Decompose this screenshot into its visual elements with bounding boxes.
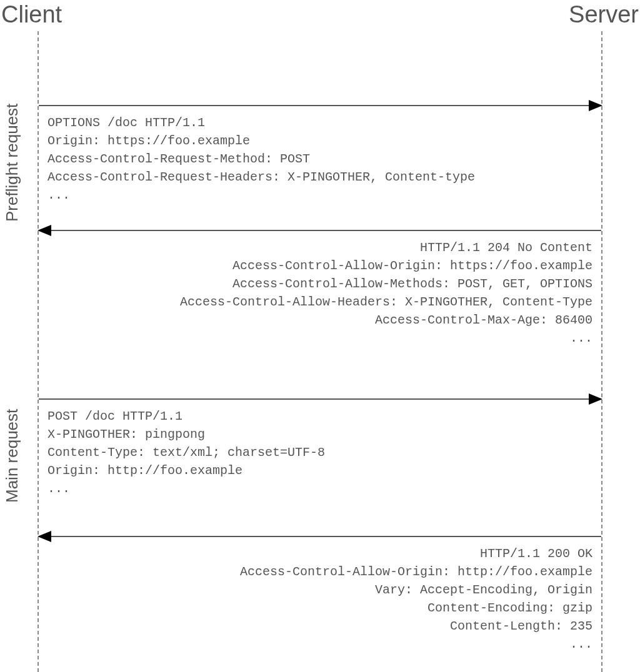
server-actor-label: Server: [569, 1, 639, 28]
main-response-text: HTTP/1.1 200 OK Access-Control-Allow-Ori…: [240, 545, 592, 653]
arrowhead-right-icon: [589, 100, 602, 111]
main-section-label: Main request: [2, 387, 22, 525]
preflight-response-arrow: [39, 230, 601, 231]
arrowhead-left-icon: [38, 225, 51, 236]
server-lifeline: [601, 31, 602, 672]
preflight-request-text: OPTIONS /doc HTTP/1.1 Origin: https://fo…: [48, 114, 475, 204]
preflight-response-text: HTTP/1.1 204 No Content Access-Control-A…: [180, 239, 592, 347]
client-lifeline: [38, 31, 39, 672]
client-actor-label: Client: [1, 1, 62, 28]
arrowhead-right-icon: [589, 393, 602, 405]
arrowhead-left-icon: [38, 531, 51, 542]
preflight-request-arrow: [39, 105, 601, 106]
preflight-section-label: Preflight request: [2, 94, 22, 231]
main-response-arrow: [39, 536, 601, 537]
main-request-arrow: [39, 398, 601, 400]
main-request-text: POST /doc HTTP/1.1 X-PINGOTHER: pingpong…: [48, 407, 325, 498]
